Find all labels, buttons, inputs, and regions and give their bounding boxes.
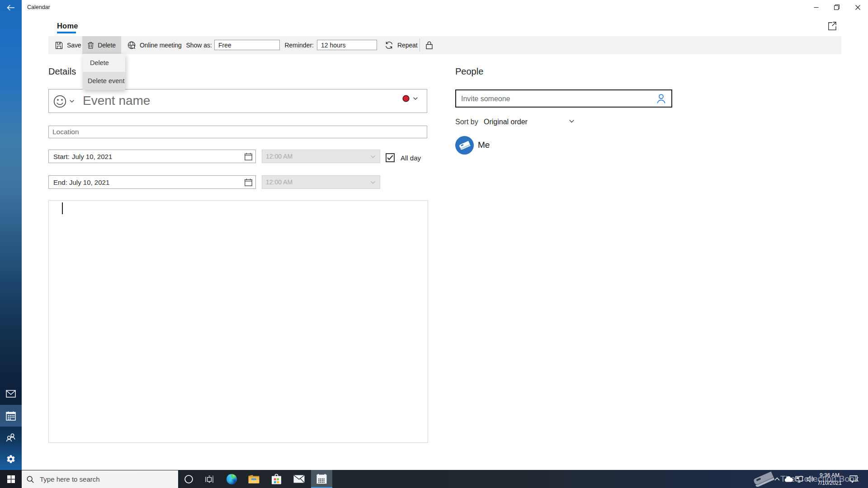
- taskbar-task-view-button[interactable]: [199, 470, 220, 488]
- checkmark-icon: [387, 155, 393, 160]
- tray-volume-button[interactable]: [805, 470, 816, 488]
- back-button[interactable]: [0, 0, 22, 15]
- chevron-down-icon: [569, 120, 574, 123]
- book-icon: [458, 140, 472, 151]
- taskbar: Type here to search: [0, 470, 868, 488]
- onedrive-cloud-icon: [784, 476, 793, 482]
- invite-placeholder: Invite someone: [461, 94, 510, 103]
- smiley-icon: [53, 95, 66, 108]
- delete-button[interactable]: Delete: [82, 36, 121, 54]
- lock-icon: [426, 41, 433, 49]
- calendar-icon: [6, 411, 16, 421]
- tray-date: 7/10/2021: [816, 480, 844, 486]
- start-date-value: July 10, 2021: [72, 153, 112, 161]
- tray-onedrive-button[interactable]: [783, 470, 794, 488]
- edge-icon: [226, 474, 237, 484]
- speaker-icon: [807, 476, 814, 483]
- repeat-button[interactable]: Repeat: [379, 36, 423, 54]
- calendar-app-window: Calendar Home: [22, 0, 868, 470]
- save-label: Save: [67, 42, 81, 49]
- taskbar-cortana-button[interactable]: [178, 470, 199, 488]
- taskbar-calendar-button[interactable]: [311, 470, 332, 488]
- end-date-value: July 10, 2021: [69, 178, 109, 187]
- taskbar-mail-button[interactable]: [288, 470, 310, 488]
- taskbar-search-box[interactable]: Type here to search: [22, 470, 178, 488]
- tray-time: 9:36 AM: [816, 472, 844, 479]
- calendar-color-picker[interactable]: [403, 96, 418, 101]
- save-icon: [55, 42, 63, 49]
- restore-icon: [834, 5, 840, 10]
- repeat-icon: [385, 41, 393, 49]
- tab-home-label: Home: [57, 22, 78, 31]
- chevron-down-icon: [371, 181, 375, 184]
- start-date-field[interactable]: Start: July 10, 2021: [48, 150, 256, 163]
- end-date-field[interactable]: End: July 10, 2021: [48, 175, 256, 189]
- minimize-icon: [814, 5, 819, 10]
- event-description-textarea[interactable]: [48, 200, 428, 443]
- restore-button[interactable]: [826, 0, 847, 14]
- reminder-label: Reminder:: [247, 42, 314, 49]
- location-field[interactable]: Location: [48, 126, 427, 138]
- back-arrow-icon: [7, 5, 15, 11]
- event-name-placeholder: Event name: [83, 93, 150, 108]
- ribbon-toolbar: Save Delete Online me: [48, 36, 841, 54]
- nav-rail: [0, 0, 22, 470]
- invite-field[interactable]: Invite someone: [455, 89, 672, 108]
- repeat-label: Repeat: [397, 42, 418, 49]
- screen: Calendar Home: [0, 0, 868, 488]
- calendar-app-icon: [316, 474, 327, 484]
- tray-network-button[interactable]: [794, 470, 805, 488]
- show-as-label: Show as:: [170, 42, 212, 49]
- chevron-up-icon: [774, 477, 780, 481]
- show-as-value: Free: [218, 42, 231, 49]
- rail-people-button[interactable]: [0, 427, 22, 448]
- tray-clock[interactable]: 9:36 AM 7/10/2021: [816, 470, 844, 488]
- toolbar-separator: [420, 38, 420, 52]
- all-day-checkbox[interactable]: [386, 153, 395, 162]
- file-explorer-icon: [248, 474, 259, 483]
- window-title: Calendar: [27, 4, 50, 11]
- private-button[interactable]: [421, 36, 437, 54]
- start-time-combobox: 12:00 AM: [262, 150, 380, 163]
- attendee-name: Me: [478, 140, 490, 150]
- rail-mail-button[interactable]: [0, 383, 22, 404]
- menu-item-delete[interactable]: Delete: [83, 54, 125, 72]
- taskbar-file-explorer-button[interactable]: [243, 470, 264, 488]
- start-button[interactable]: [0, 470, 22, 488]
- sort-by-value: Original order: [484, 117, 528, 126]
- tray-hidden-icons-button[interactable]: [771, 470, 783, 488]
- rail-settings-button[interactable]: [0, 448, 22, 470]
- chevron-down-icon: [70, 100, 74, 103]
- action-center-icon: [849, 475, 858, 483]
- date-picker-icon: [245, 153, 252, 160]
- event-color-dot: [403, 96, 409, 101]
- all-day-label: All day: [401, 154, 421, 162]
- close-icon: [855, 5, 860, 10]
- save-button[interactable]: Save: [50, 36, 87, 54]
- popout-icon: [828, 22, 836, 30]
- sort-by-label: Sort by: [455, 117, 478, 126]
- minimize-button[interactable]: [806, 0, 826, 14]
- gear-icon: [6, 454, 16, 464]
- start-time-value: 12:00 AM: [266, 153, 292, 160]
- event-name-field[interactable]: Event name: [48, 89, 427, 113]
- rail-calendar-button[interactable]: [0, 405, 22, 427]
- end-time-value: 12:00 AM: [266, 178, 292, 186]
- chevron-down-icon: [371, 155, 375, 158]
- cortana-icon: [184, 474, 193, 484]
- globe-icon: [127, 41, 136, 49]
- taskbar-store-button[interactable]: [265, 470, 287, 488]
- chevron-down-icon: [413, 97, 418, 100]
- delete-icon: [88, 42, 94, 49]
- mail-icon: [6, 390, 16, 398]
- text-cursor: [62, 202, 63, 214]
- open-in-new-window-button[interactable]: [825, 19, 839, 33]
- network-icon: [795, 476, 803, 483]
- tray-action-center-button[interactable]: [844, 470, 863, 488]
- reminder-combobox[interactable]: 12 hours: [317, 40, 377, 50]
- taskbar-edge-button[interactable]: [221, 470, 242, 488]
- emoji-picker-button[interactable]: [53, 93, 79, 109]
- delete-label: Delete: [98, 42, 116, 49]
- close-button[interactable]: [847, 0, 868, 14]
- menu-item-delete-event[interactable]: Delete event: [83, 72, 125, 90]
